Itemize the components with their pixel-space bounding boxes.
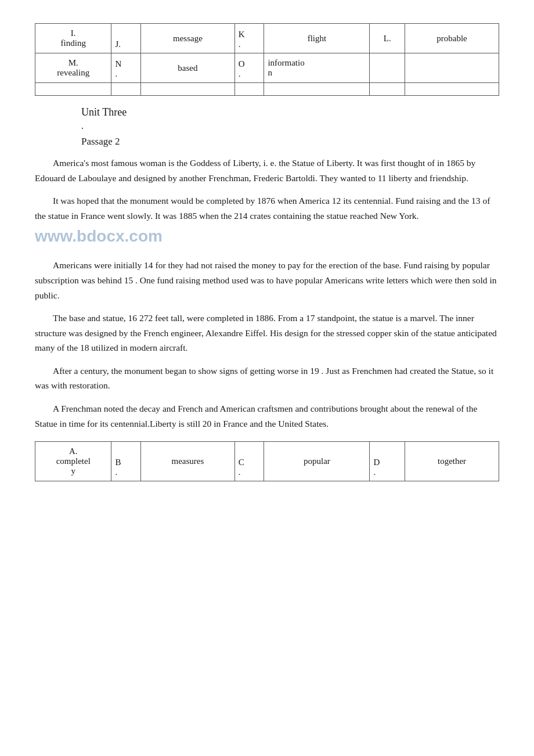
passage-heading: Passage 2 [81,136,499,147]
cell-empty [264,83,370,96]
cell-dot: . [239,39,241,49]
cell-b: B . [111,442,141,481]
bottom-table: A. completel y B . measures C . popular [35,441,499,481]
cell-empty [405,83,499,96]
top-table: I. finding J. message K . flight L. [35,23,499,96]
cell-label: D [373,458,380,467]
cell-information: informatio n [264,53,370,83]
cell-word: measures [172,456,204,466]
cell-empty [234,83,264,96]
cell-label: J. [115,39,121,49]
cell-word: together [438,456,466,466]
cell-j: J. [111,24,141,53]
cell-empty [111,83,141,96]
cell-i-finding: I. finding [35,24,111,53]
cell-word: based [178,63,197,73]
unit-heading: Unit Three [81,106,499,118]
cell-label: I. [71,28,76,38]
table-row: M. revealing N . based O . informatio n [35,53,499,83]
cell-empty-1 [370,53,405,83]
cell-dot: . [239,69,241,78]
cell-popular: popular [264,442,370,481]
cell-together: together [405,442,499,481]
cell-empty [141,83,235,96]
cell-empty [35,83,111,96]
cell-label: L. [384,34,391,43]
cell-label: K [239,30,245,39]
cell-d: D . [370,442,405,481]
cell-word: popular [304,456,330,466]
cell-word-cont: n [268,68,272,77]
cell-m-revealing: M. revealing [35,53,111,83]
cell-word: probable [436,34,467,43]
cell-word: message [173,34,203,43]
cell-dot: . [115,467,117,477]
cell-word: flight [308,34,327,43]
cell-based: based [141,53,235,83]
paragraph-1: America's most famous woman is the Godde… [35,156,499,185]
cell-probable: probable [405,24,499,53]
cell-c: C . [234,442,264,481]
cell-word: revealing [57,68,89,77]
cell-label: C [239,458,244,467]
cell-flight: flight [264,24,370,53]
cell-dot: . [373,467,376,477]
cell-dot: . [239,467,241,477]
cell-label: A. [69,447,78,456]
cell-empty [370,83,405,96]
cell-label: B [115,458,121,467]
cell-label: N [115,59,121,69]
cell-k: K . [234,24,264,53]
watermark: www.bdocx.com [35,227,163,245]
cell-label: M. [68,58,78,67]
cell-label: O [239,59,245,69]
paragraph-2: It was hoped that the monument would be … [35,193,499,250]
dot-separator: . [81,121,499,131]
paragraph-6: A Frenchman noted the decay and French a… [35,401,499,431]
cell-message: message [141,24,235,53]
table-row: A. completel y B . measures C . popular [35,442,499,481]
cell-l: L. [370,24,405,53]
paragraph-5: After a century, the monument began to s… [35,363,499,393]
cell-a-completely: A. completel y [35,442,111,481]
cell-word: finding [61,38,86,48]
cell-dot: . [115,69,117,78]
table-row: I. finding J. message K . flight L. [35,24,499,53]
table-row-empty [35,83,499,96]
cell-empty-2 [405,53,499,83]
cell-o: O . [234,53,264,83]
cell-word-cont: y [71,466,75,476]
paragraph-4: The base and statue, 16 272 feet tall, w… [35,311,499,355]
cell-word: completel [56,456,91,466]
cell-word: informatio [268,58,304,67]
paragraph-3: Americans were initially 14 for they had… [35,258,499,303]
cell-n: N . [111,53,141,83]
cell-measures: measures [141,442,235,481]
